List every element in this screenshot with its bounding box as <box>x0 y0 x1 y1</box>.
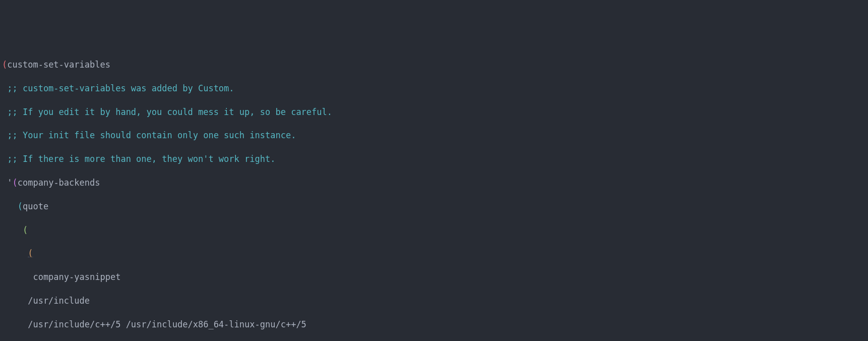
paren: ( <box>18 201 23 211</box>
comment: ;; custom-set-variables was added by Cus… <box>2 83 234 93</box>
paren: ( <box>28 248 33 258</box>
code-line: ;; custom-set-variables was added by Cus… <box>0 83 868 94</box>
code-line: ;; If there is more than one, they won't… <box>0 153 868 165</box>
symbol: company-backends <box>18 178 100 188</box>
code-line: /usr/include/c++/5 /usr/include/x86_64-l… <box>0 319 868 330</box>
path: /usr/include <box>2 296 90 306</box>
code-line: (quote <box>0 201 868 212</box>
paren: ( <box>23 225 28 235</box>
code-line: '(company-backends <box>0 177 868 189</box>
paren: ( <box>12 178 17 188</box>
code-line: company-yasnippet <box>0 271 868 283</box>
code-line: /usr/include <box>0 295 868 307</box>
code-line: ;; Your init file should contain only on… <box>0 130 868 141</box>
code-line: ;; If you edit it by hand, you could mes… <box>0 106 868 118</box>
symbol: company-yasnippet <box>2 272 120 282</box>
comment: ;; Your init file should contain only on… <box>2 130 296 140</box>
comment: ;; If there is more than one, they won't… <box>2 154 275 164</box>
paren: ( <box>2 60 7 70</box>
code-editor[interactable]: (custom-set-variables ;; custom-set-vari… <box>0 47 868 341</box>
path: /usr/include/c++/5 /usr/include/x86_64-l… <box>2 319 306 329</box>
symbol: custom-set-variables <box>7 60 110 70</box>
code-line: ( <box>0 224 868 236</box>
code-line: ( <box>0 248 868 259</box>
quote: ' <box>2 178 12 188</box>
code-line: (custom-set-variables <box>0 59 868 71</box>
comment: ;; If you edit it by hand, you could mes… <box>2 107 332 117</box>
symbol: quote <box>23 201 48 211</box>
